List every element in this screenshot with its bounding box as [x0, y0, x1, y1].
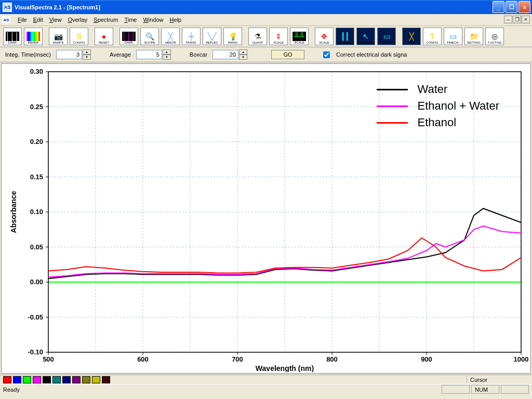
- svg-text:0.15: 0.15: [30, 173, 43, 181]
- menu-help[interactable]: Help: [167, 16, 185, 24]
- svg-text:Absorbance: Absorbance: [9, 191, 18, 233]
- toolbar-absor-button[interactable]: ╳ABSOR: [161, 28, 180, 45]
- boxcar-down[interactable]: ▼: [239, 55, 247, 60]
- color-swatch-2[interactable]: [23, 376, 31, 383]
- window-title: VisualSpectra 2.1 - [Spectrum1]: [15, 4, 493, 10]
- correct-dark-checkbox[interactable]: [323, 51, 330, 58]
- status-cell-3: [501, 385, 529, 394]
- avg-down[interactable]: ▼: [163, 55, 171, 60]
- toolbar-scope-button[interactable]: 🔍SCOPE: [140, 28, 159, 45]
- toolbar-dark-button[interactable]: │││DARK: [3, 28, 22, 45]
- svg-text:-0.05: -0.05: [28, 313, 43, 321]
- correct-dark-label: Correct electrical dark signa: [336, 51, 407, 58]
- toolbar-enable-button[interactable]: ┃┃ENABLE: [336, 28, 354, 45]
- color-swatch-6[interactable]: [62, 376, 71, 383]
- legend-entry: Ethanol: [377, 116, 499, 129]
- svg-text:0.25: 0.25: [30, 103, 43, 111]
- average-label: Average: [110, 51, 131, 58]
- integ-down[interactable]: ▼: [83, 55, 91, 60]
- toolbar-tactive-button[interactable]: ◎T.ACTIVE: [485, 28, 504, 45]
- legend: WaterEthanol + WaterEthanol: [377, 79, 499, 132]
- mdi-restore-button[interactable]: ❐: [513, 16, 521, 23]
- color-swatch-5[interactable]: [52, 376, 61, 383]
- svg-text:0.10: 0.10: [30, 208, 43, 216]
- toolbar-config2-button[interactable]: TCONFIG: [423, 28, 442, 45]
- boxcar-label: Boxcar: [190, 51, 207, 58]
- status-ready: Ready: [3, 387, 440, 393]
- mdi-minimize-button[interactable]: –: [504, 16, 512, 23]
- parameter-bar: Integ. Time(msec) ▲▼ Average ▲▼ Boxcar ▲…: [0, 47, 532, 62]
- svg-text:1000: 1000: [514, 355, 529, 363]
- svg-text:700: 700: [232, 355, 243, 363]
- menu-file[interactable]: File: [15, 16, 30, 24]
- toolbar-trans-button[interactable]: ╪TRANS.: [182, 28, 201, 45]
- toolbar-setting-button[interactable]: 📁SETTING: [464, 28, 483, 45]
- status-bar: Ready NUM: [0, 384, 532, 394]
- color-swatch-9[interactable]: [92, 376, 100, 383]
- svg-text:800: 800: [326, 355, 338, 363]
- menu-logo: AS: [2, 16, 10, 23]
- svg-text:-0.10: -0.10: [28, 348, 43, 356]
- toolbar-reset-button[interactable]: ●RESET: [95, 28, 113, 45]
- toolbar-reflec-button[interactable]: ╲╱REFLEC: [203, 28, 221, 45]
- legend-entry: Water: [377, 83, 499, 96]
- svg-text:500: 500: [43, 355, 54, 363]
- integ-time-input[interactable]: [56, 50, 82, 59]
- avg-up[interactable]: ▲: [163, 49, 171, 55]
- color-swatch-7[interactable]: [72, 376, 81, 383]
- minimize-button[interactable]: _: [493, 1, 504, 13]
- svg-text:0.05: 0.05: [30, 243, 43, 251]
- toolbar-config-button[interactable]: SCONFIG: [70, 28, 88, 45]
- color-swatch-3[interactable]: [33, 376, 41, 383]
- svg-text:900: 900: [421, 355, 432, 363]
- toolbar-scale2-button[interactable]: ╨╨SCALE: [290, 28, 309, 45]
- menu-view[interactable]: View: [46, 16, 65, 24]
- color-swatch-1[interactable]: [13, 376, 21, 383]
- menu-window[interactable]: Window: [140, 16, 166, 24]
- menu-overlay[interactable]: Overlay: [64, 16, 90, 24]
- toolbar-cursor-button[interactable]: ↖CURSOR: [356, 28, 375, 45]
- toolbar-quant-button[interactable]: ⚗QUANT: [248, 28, 267, 45]
- status-num: NUM: [471, 385, 499, 394]
- integ-time-label: Integ. Time(msec): [5, 51, 51, 58]
- go-button[interactable]: GO: [271, 50, 304, 59]
- toolbar-refer-button[interactable]: REFER: [24, 28, 43, 45]
- toolbar: │││DARKREFER📷SNAP.SSCONFIG●RESET│││DARK🔍…: [0, 26, 532, 47]
- cursor-panel-label: Cursor: [467, 377, 529, 383]
- menu-time[interactable]: Time: [121, 16, 140, 24]
- toolbar-irrad-button[interactable]: 💡IRRAD: [223, 28, 242, 45]
- toolbar-scale1-button[interactable]: ⇕SCALE: [269, 28, 288, 45]
- legend-entry: Ethanol + Water: [377, 99, 499, 113]
- color-swatch-4[interactable]: [43, 376, 51, 383]
- toolbar-ddark-button[interactable]: │││DARK: [119, 28, 138, 45]
- boxcar-input[interactable]: [212, 50, 238, 59]
- color-swatch-10[interactable]: [102, 376, 110, 383]
- status-cell-1: [442, 385, 470, 394]
- toolbar-scale3-button[interactable]: ✥SCALE: [315, 28, 334, 45]
- svg-text:0.20: 0.20: [30, 138, 43, 145]
- boxcar-up[interactable]: ▲: [239, 49, 247, 55]
- maximize-button[interactable]: ☐: [506, 1, 517, 13]
- toolbar-zoom-button[interactable]: ▭ZOOM: [377, 28, 396, 45]
- svg-text:0.00: 0.00: [30, 278, 43, 286]
- average-input[interactable]: [136, 50, 162, 59]
- color-swatch-0[interactable]: [3, 376, 11, 383]
- toolbar-pan-button[interactable]: ╳PAN: [402, 28, 421, 45]
- menu-bar: AS FileEditViewOverlaySpectrumTimeWindow…: [0, 14, 532, 26]
- svg-text:Wavelength (nm): Wavelength (nm): [256, 364, 314, 372]
- color-swatch-bar: Cursor: [0, 375, 532, 384]
- close-button[interactable]: ×: [518, 1, 530, 13]
- toolbar-timech-button[interactable]: ▭TIMECH.: [444, 28, 462, 45]
- title-bar: AS VisualSpectra 2.1 - [Spectrum1] _ ☐ ×: [0, 0, 532, 14]
- plot-area[interactable]: 5006007008009001000-0.10-0.050.000.050.1…: [1, 63, 531, 374]
- svg-text:0.30: 0.30: [30, 68, 43, 75]
- color-swatch-8[interactable]: [82, 376, 90, 383]
- menu-edit[interactable]: Edit: [30, 16, 46, 24]
- svg-text:600: 600: [137, 355, 149, 363]
- app-icon: AS: [3, 3, 12, 12]
- mdi-close-button[interactable]: ×: [522, 16, 530, 23]
- toolbar-snaps-button[interactable]: 📷SNAP.S: [49, 28, 68, 45]
- integ-up[interactable]: ▲: [83, 49, 91, 55]
- menu-spectrum[interactable]: Spectrum: [90, 16, 121, 24]
